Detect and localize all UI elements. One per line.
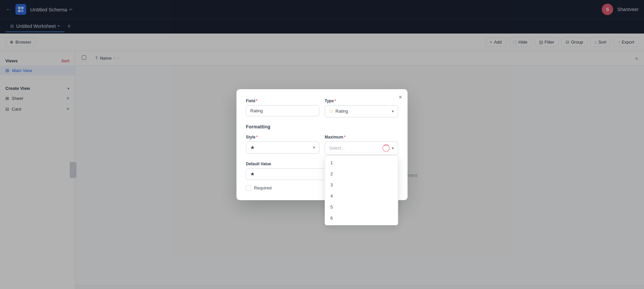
field-modal: × Field * Type * ☆ Rating <box>236 89 408 200</box>
maximum-label: Maximum * <box>325 135 398 139</box>
style-required-star: * <box>256 135 258 139</box>
maximum-dropdown: 1 2 3 4 5 6 <box>325 156 398 225</box>
field-label: Field * <box>246 99 319 103</box>
style-select-group: Style * ★ ▾ <box>246 135 319 155</box>
max-chevron-icon: ▾ <box>392 146 394 151</box>
max-required-star: * <box>344 135 345 139</box>
type-chevron-icon: ▾ <box>392 109 394 114</box>
loading-spinner <box>382 144 390 152</box>
dropdown-option-4[interactable]: 4 <box>325 190 398 201</box>
maximum-placeholder: Select... <box>329 146 345 151</box>
field-required-star: * <box>256 99 258 103</box>
maximum-select[interactable]: Select... ▾ <box>325 141 398 155</box>
style-chevron-icon: ▾ <box>313 145 315 150</box>
style-select[interactable]: ★ ▾ <box>246 141 319 154</box>
dropdown-option-2[interactable]: 2 <box>325 168 398 179</box>
required-checkbox[interactable] <box>246 185 251 191</box>
field-input-group: Field * <box>246 99 319 117</box>
close-button[interactable]: × <box>398 94 402 101</box>
maximum-select-group: Maximum * Select... ▾ 1 2 3 4 5 <box>325 135 398 155</box>
type-select-value: Rating <box>335 109 348 114</box>
formatting-title: Formatting <box>246 124 398 129</box>
field-input[interactable] <box>246 105 319 116</box>
required-label: Required <box>254 185 272 190</box>
dropdown-option-3[interactable]: 3 <box>325 179 398 190</box>
rating-star-icon: ☆ <box>329 108 333 114</box>
modal-overlay: × Field * Type * ☆ Rating <box>0 0 644 289</box>
type-label: Type * <box>325 99 398 103</box>
field-type-row: Field * Type * ☆ Rating ▾ <box>246 99 398 117</box>
type-select[interactable]: ☆ Rating ▾ <box>325 105 398 117</box>
style-value: ★ <box>250 144 255 151</box>
type-required-star: * <box>334 99 336 103</box>
type-select-group: Type * ☆ Rating ▾ <box>325 99 398 117</box>
style-max-row: Style * ★ ▾ Maximum * Select... ▾ <box>246 135 398 155</box>
style-label: Style * <box>246 135 319 139</box>
dropdown-option-1[interactable]: 1 <box>325 157 398 168</box>
dropdown-option-6[interactable]: 6 <box>325 213 398 224</box>
dropdown-option-5[interactable]: 5 <box>325 201 398 213</box>
